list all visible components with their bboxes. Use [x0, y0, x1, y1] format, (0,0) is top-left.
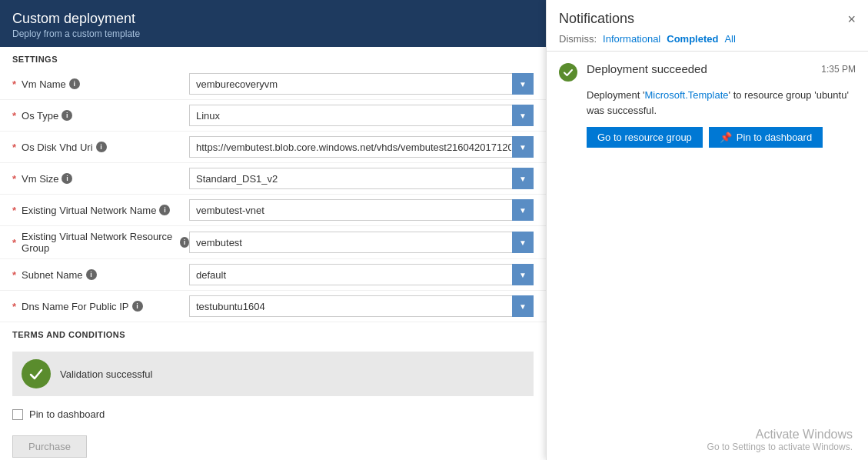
vm-name-input[interactable]: [189, 73, 534, 95]
input-wrapper-dns: ▼: [189, 295, 534, 317]
validation-text: Validation successful: [60, 368, 152, 380]
info-icon-os-type[interactable]: i: [62, 110, 72, 121]
activate-subtitle: Go to Settings to activate Windows.: [707, 442, 853, 452]
pin-row: Pin to dashboard: [12, 405, 534, 423]
os-disk-input[interactable]: [189, 136, 534, 158]
panel-title: Custom deployment: [12, 11, 534, 27]
notifications-filter: Dismiss: Informational Completed All: [547, 27, 868, 52]
required-star: *: [12, 205, 16, 216]
settings-section-header: SETTINGS: [0, 47, 546, 68]
required-star: *: [12, 237, 16, 248]
template-link[interactable]: Microsoft.Template: [644, 89, 728, 101]
subnet-input[interactable]: [189, 264, 534, 285]
input-wrapper-vnet-name: ▼: [189, 199, 534, 221]
vnet-rg-arrow: ▼: [512, 232, 534, 253]
vnet-name-arrow: ▼: [512, 199, 534, 221]
required-star: *: [12, 173, 16, 185]
pin-to-dashboard-button[interactable]: 📌 Pin to dashboard: [709, 127, 823, 148]
form-row-vm-size: * Vm Size i ▼: [0, 163, 546, 195]
panel-subtitle: Deploy from a custom template: [12, 28, 534, 39]
label-os-disk: * Os Disk Vhd Uri i: [12, 142, 189, 153]
info-icon-subnet[interactable]: i: [86, 269, 97, 280]
dismiss-label: Dismiss:: [559, 33, 597, 45]
input-wrapper-vnet-rg: ▼: [189, 232, 534, 253]
notification-top: Deployment succeeded 1:35 PM: [559, 62, 856, 82]
validation-success-icon: [22, 359, 51, 388]
resource-group-name: ubuntu: [816, 89, 847, 101]
vm-size-input[interactable]: [189, 168, 534, 189]
body-mid: ' to resource group ': [729, 89, 816, 101]
pin-icon: 📌: [720, 132, 732, 143]
required-star: *: [12, 301, 16, 312]
filter-informational[interactable]: Informational: [603, 33, 660, 45]
activate-watermark: Activate Windows Go to Settings to activ…: [707, 428, 853, 452]
info-icon-vnet-name[interactable]: i: [159, 205, 170, 215]
info-icon-vnet-rg[interactable]: i: [180, 237, 189, 248]
form-row-os-type: * Os Type i Linux Windows ▼: [0, 100, 546, 132]
notification-body: Deployment 'Microsoft.Template' to resou…: [587, 88, 856, 118]
required-star: *: [12, 269, 16, 281]
label-vnet-rg: * Existing Virtual Network Resource Grou…: [12, 231, 189, 254]
required-star: *: [12, 78, 16, 90]
required-star: *: [12, 110, 16, 122]
input-wrapper-vm-name: ▼: [189, 73, 534, 95]
label-os-type: * Os Type i: [12, 110, 189, 122]
info-icon-vm-name[interactable]: i: [69, 78, 80, 89]
filter-completed[interactable]: Completed: [667, 33, 718, 45]
info-icon-vm-size[interactable]: i: [62, 173, 72, 184]
pin-checkbox[interactable]: [12, 409, 23, 420]
panel-header: Custom deployment Deploy from a custom t…: [0, 0, 546, 47]
vnet-rg-input[interactable]: [189, 232, 534, 253]
notification-actions: Go to resource group 📌 Pin to dashboard: [587, 127, 856, 148]
left-panel: Custom deployment Deploy from a custom t…: [0, 0, 546, 460]
input-wrapper-os-disk: ▼: [189, 136, 534, 158]
notifications-list: Deployment succeeded 1:35 PM Deployment …: [547, 52, 868, 460]
notification-success-icon: [559, 63, 577, 82]
os-disk-arrow: ▼: [512, 136, 534, 158]
os-type-wrapper: Linux Windows ▼: [189, 105, 534, 126]
label-vnet-name: * Existing Virtual Network Name i: [12, 205, 189, 216]
activate-title: Activate Windows: [707, 428, 853, 442]
vm-name-arrow: ▼: [512, 73, 534, 95]
close-button[interactable]: ×: [847, 12, 856, 26]
form-row-vnet-name: * Existing Virtual Network Name i ▼: [0, 195, 546, 226]
terms-section: Validation successful Pin to dashboard P…: [0, 344, 546, 460]
notification-title-row: Deployment succeeded 1:35 PM: [587, 62, 856, 75]
subnet-arrow: ▼: [512, 264, 534, 285]
notifications-header: Notifications ×: [547, 0, 868, 27]
info-icon-os-disk[interactable]: i: [96, 142, 107, 152]
notification-item: Deployment succeeded 1:35 PM Deployment …: [547, 52, 868, 158]
label-subnet: * Subnet Name i: [12, 269, 189, 281]
form-row-vnet-rg: * Existing Virtual Network Resource Grou…: [0, 226, 546, 259]
filter-all[interactable]: All: [724, 33, 735, 45]
go-to-resource-group-button[interactable]: Go to resource group: [587, 127, 703, 148]
purchase-button[interactable]: Purchase: [12, 435, 87, 458]
dns-arrow: ▼: [512, 295, 534, 317]
label-vm-size: * Vm Size i: [12, 173, 189, 185]
input-wrapper-vm-size: ▼: [189, 168, 534, 189]
notification-title: Deployment succeeded: [587, 62, 707, 75]
body-prefix: Deployment ': [587, 89, 644, 101]
form-row-os-disk: * Os Disk Vhd Uri i ▼: [0, 132, 546, 163]
vnet-name-input[interactable]: [189, 199, 534, 221]
pin-to-dashboard-label: Pin to dashboard: [737, 132, 812, 143]
info-icon-dns[interactable]: i: [132, 301, 143, 312]
form-row-dns: * Dns Name For Public IP i ▼: [0, 291, 546, 322]
form-row-subnet: * Subnet Name i ▼: [0, 259, 546, 291]
notification-time: 1:35 PM: [821, 64, 856, 75]
pin-label: Pin to dashboard: [29, 408, 105, 420]
dns-input[interactable]: [189, 295, 534, 317]
os-type-select[interactable]: Linux Windows: [189, 105, 534, 126]
notifications-title: Notifications: [559, 11, 634, 27]
input-wrapper-subnet: ▼: [189, 264, 534, 285]
label-vm-name: * Vm Name i: [12, 78, 189, 90]
required-star: *: [12, 142, 16, 153]
form-row-vm-name: * Vm Name i ▼: [0, 68, 546, 100]
vm-size-arrow: ▼: [512, 168, 534, 189]
panel-content: SETTINGS * Vm Name i ▼ * Os Type i Linux: [0, 47, 546, 460]
label-dns: * Dns Name For Public IP i: [12, 301, 189, 312]
validation-box: Validation successful: [12, 352, 534, 396]
terms-section-header: TERMS AND CONDITIONS: [0, 322, 546, 344]
right-panel: Notifications × Dismiss: Informational C…: [546, 0, 868, 460]
